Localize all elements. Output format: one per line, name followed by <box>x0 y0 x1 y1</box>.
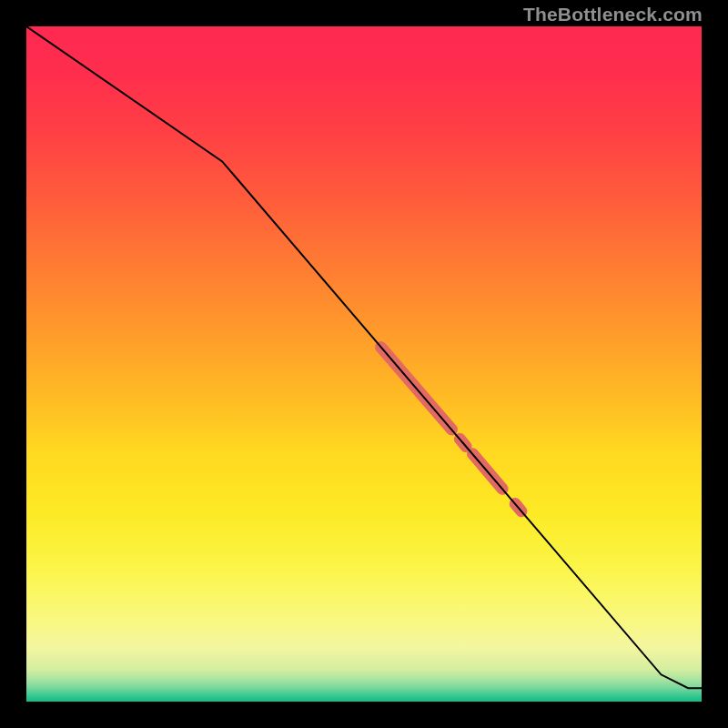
main-line <box>26 26 702 688</box>
watermark-text: TheBottleneck.com <box>523 4 703 25</box>
line-layer <box>26 26 702 702</box>
chart-stage: TheBottleneck.com <box>0 0 728 728</box>
plot-area <box>26 26 702 702</box>
